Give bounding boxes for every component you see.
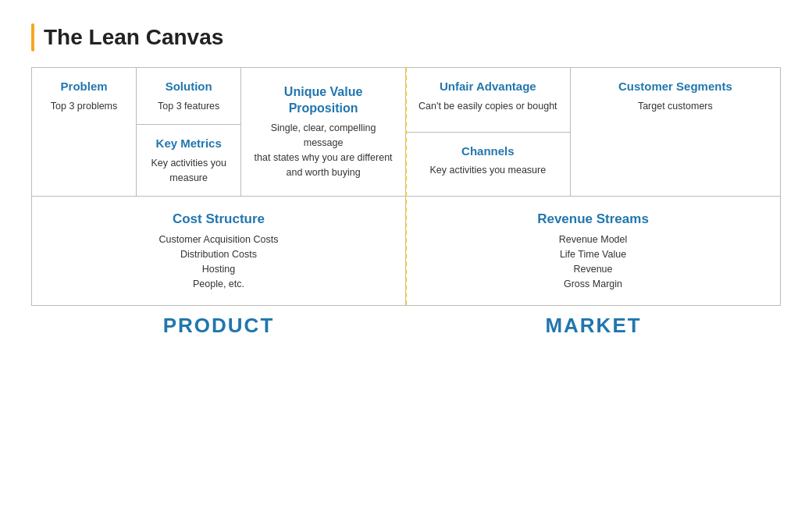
channels-body: Key activities you measure xyxy=(430,163,547,178)
bottom-section: Cost Structure Customer Acquisition Cost… xyxy=(32,197,780,305)
solution-body: Top 3 features xyxy=(158,99,219,114)
problem-title: Problem xyxy=(61,79,108,94)
cost-title: Cost Structure xyxy=(173,211,265,228)
unfair-body: Can't be easily copies or bought xyxy=(418,99,557,114)
uvp-cell: Unique Value Proposition Single, clear, … xyxy=(241,68,406,196)
right-stack: Unfair Advantage Can't be easily copies … xyxy=(406,68,571,196)
revenue-cell: Revenue Streams Revenue Model Life Time … xyxy=(406,197,780,305)
uvp-body: Single, clear, compelling message that s… xyxy=(251,121,396,179)
channels-cell: Channels Key activities you measure xyxy=(406,133,570,197)
top-section: Problem Top 3 problems Solution Top 3 fe… xyxy=(32,68,780,197)
solution-stack: Solution Top 3 features Key Metrics Key … xyxy=(137,68,241,196)
footer-product: PRODUCT xyxy=(31,314,406,338)
revenue-body: Revenue Model Life Time Value Revenue Gr… xyxy=(559,232,628,291)
channels-title: Channels xyxy=(461,144,515,159)
lean-canvas: Problem Top 3 problems Solution Top 3 fe… xyxy=(31,67,781,306)
footer-market: MARKET xyxy=(406,314,781,338)
customers-cell: Customer Segments Target customers xyxy=(571,68,780,196)
page-title: The Lean Canvas xyxy=(44,25,223,50)
page-header: The Lean Canvas xyxy=(31,23,781,51)
key-metrics-body: Key activities you measure xyxy=(146,156,231,186)
problem-cell: Problem Top 3 problems xyxy=(32,68,137,196)
customers-title: Customer Segments xyxy=(618,79,732,94)
customers-body: Target customers xyxy=(638,99,713,114)
key-metrics-title: Key Metrics xyxy=(156,136,222,151)
solution-title: Solution xyxy=(166,79,212,94)
solution-cell: Solution Top 3 features xyxy=(137,68,240,125)
cost-body: Customer Acquisition Costs Distribution … xyxy=(159,232,279,291)
uvp-title: Unique Value Proposition xyxy=(251,84,396,117)
unfair-cell: Unfair Advantage Can't be easily copies … xyxy=(406,68,570,133)
cost-cell: Cost Structure Customer Acquisition Cost… xyxy=(32,197,406,305)
unfair-title: Unfair Advantage xyxy=(440,79,536,94)
key-metrics-cell: Key Metrics Key activities you measure xyxy=(137,125,240,196)
header-bar xyxy=(31,23,34,51)
problem-body: Top 3 problems xyxy=(51,99,117,114)
footer-labels: PRODUCT MARKET xyxy=(31,314,781,338)
revenue-title: Revenue Streams xyxy=(537,211,649,228)
